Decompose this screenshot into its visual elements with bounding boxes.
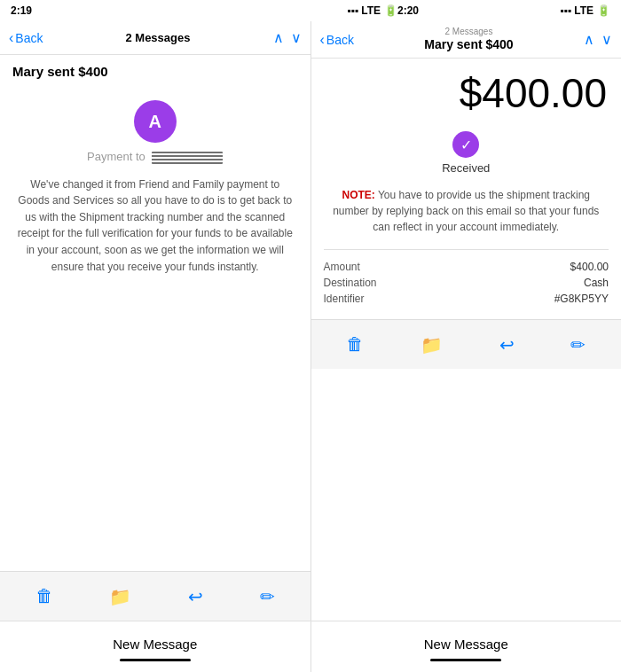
left-next-arrow[interactable]: ∨: [291, 29, 302, 46]
right-next-arrow[interactable]: ∨: [601, 31, 612, 48]
right-new-message-button[interactable]: New Message: [424, 633, 508, 655]
received-label: Received: [442, 161, 490, 175]
divider-line: [324, 249, 609, 250]
left-nav-bar: ‹ Back 2 Messages ∧ ∨: [0, 21, 310, 55]
note-bold: NOTE:: [342, 189, 375, 201]
note-box: NOTE: You have to provide us the shipmen…: [324, 187, 609, 235]
right-nav-title-area: 2 Messages Mary sent $400: [354, 27, 584, 52]
compose-icon-right[interactable]: ✏: [565, 327, 591, 363]
folder-icon-left[interactable]: 📁: [104, 579, 137, 614]
details-row-destination: Destination Cash: [324, 277, 609, 289]
left-panel: ‹ Back 2 Messages ∧ ∨ Mary sent $400 A P…: [0, 21, 311, 621]
right-prev-arrow[interactable]: ∧: [584, 31, 594, 48]
battery-right: 🔋: [597, 4, 610, 17]
left-back-chevron-icon: ‹: [9, 30, 13, 46]
time-left: 2:19: [11, 4, 32, 17]
check-circle-icon: ✓: [452, 131, 479, 158]
details-label-amount: Amount: [324, 261, 360, 273]
trash-icon-left[interactable]: 🗑: [30, 579, 59, 613]
right-nav-subtitle: 2 Messages: [354, 27, 584, 36]
right-back-label: Back: [326, 33, 354, 47]
left-home-indicator: [120, 659, 191, 661]
left-prev-arrow[interactable]: ∧: [273, 29, 284, 46]
compose-icon-left[interactable]: ✏: [255, 579, 280, 614]
time-right: 2:20: [397, 4, 419, 17]
bottom-bar: New Message New Message: [0, 621, 621, 672]
details-label-destination: Destination: [324, 277, 377, 289]
details-row-amount: Amount $400.00: [324, 261, 609, 273]
reply-icon-right[interactable]: ↩: [494, 327, 520, 363]
bottom-left-panel: New Message: [0, 621, 311, 672]
left-toolbar: 🗑 📁 ↩ ✏: [0, 571, 310, 621]
status-right-right: ▪▪▪ LTE 🔋: [504, 4, 610, 17]
status-right-left: ▪▪▪ LTE 🔋: [291, 4, 397, 17]
left-back-label: Back: [15, 31, 43, 45]
right-toolbar: 🗑 📁 ↩ ✏: [311, 319, 622, 369]
right-home-indicator: [430, 659, 501, 661]
folder-icon-right[interactable]: 📁: [415, 327, 448, 363]
left-nav-arrows: ∧ ∨: [273, 29, 302, 46]
signal-right: ▪▪▪ LTE: [560, 4, 593, 17]
main-content: ‹ Back 2 Messages ∧ ∨ Mary sent $400 A P…: [0, 21, 621, 621]
left-email-text: We've changed it from Friend and Family …: [0, 169, 310, 290]
battery-left: 🔋: [384, 4, 397, 17]
redacted-name: [152, 152, 223, 164]
trash-icon-right[interactable]: 🗑: [341, 327, 369, 362]
details-label-identifier: Identifier: [324, 293, 365, 305]
details-value-amount: $400.00: [570, 261, 609, 273]
left-new-message-button[interactable]: New Message: [113, 633, 197, 655]
right-nav-title: Mary sent $400: [424, 37, 513, 51]
details-row-identifier: Identifier #G8KP5YY: [324, 293, 609, 305]
details-value-identifier: #G8KP5YY: [554, 293, 609, 305]
status-center-right: 2:20: [397, 4, 504, 17]
right-back-button[interactable]: ‹ Back: [320, 32, 354, 48]
received-area: ✓ Received: [311, 131, 622, 175]
left-nav-title-area: 2 Messages: [43, 31, 272, 44]
details-value-destination: Cash: [584, 277, 609, 289]
right-nav-arrows: ∧ ∨: [584, 31, 612, 48]
signal-left: ▪▪▪ LTE: [347, 4, 381, 17]
payment-to: Payment to: [0, 150, 310, 164]
left-email-body: A Payment to We've changed it from Frien…: [0, 82, 310, 571]
reply-icon-left[interactable]: ↩: [183, 579, 208, 614]
amount-display: $400.00: [311, 59, 622, 121]
sender-avatar: A: [134, 100, 177, 143]
details-table: Amount $400.00 Destination Cash Identifi…: [311, 255, 622, 319]
right-back-chevron-icon: ‹: [320, 32, 325, 48]
right-panel: ‹ Back 2 Messages Mary sent $400 ∧ ∨ $40…: [311, 21, 622, 621]
left-back-button[interactable]: ‹ Back: [9, 30, 43, 46]
right-nav-bar: ‹ Back 2 Messages Mary sent $400 ∧ ∨: [311, 21, 622, 59]
left-message-count: 2 Messages: [43, 31, 272, 44]
status-left: 2:19: [11, 4, 117, 17]
status-bar: 2:19 ▪▪▪ LTE 🔋 2:20 ▪▪▪ LTE 🔋: [0, 0, 621, 21]
left-email-subject: Mary sent $400: [0, 55, 310, 82]
bottom-right-panel: New Message: [311, 621, 622, 672]
